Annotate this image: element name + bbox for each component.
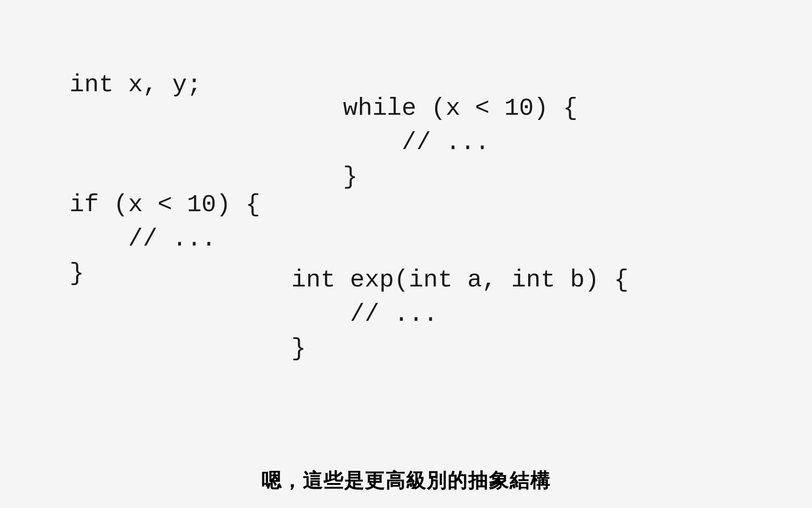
code-area: int x, y; while (x < 10) { // ... } if (… [0,0,812,508]
code-block-int-xy: int x, y; [70,68,202,103]
code-block-while: while (x < 10) { // ... } [343,92,578,194]
code-block-int-exp: int exp(int a, int b) { // ... } [291,263,629,366]
code-block-if: if (x < 10) { // ... } [70,188,260,291]
subtitle-text: 嗯，這些是更高級別的抽象結構 [261,469,551,492]
subtitle-bar: 嗯，這些是更高級別的抽象結構 [0,458,812,508]
